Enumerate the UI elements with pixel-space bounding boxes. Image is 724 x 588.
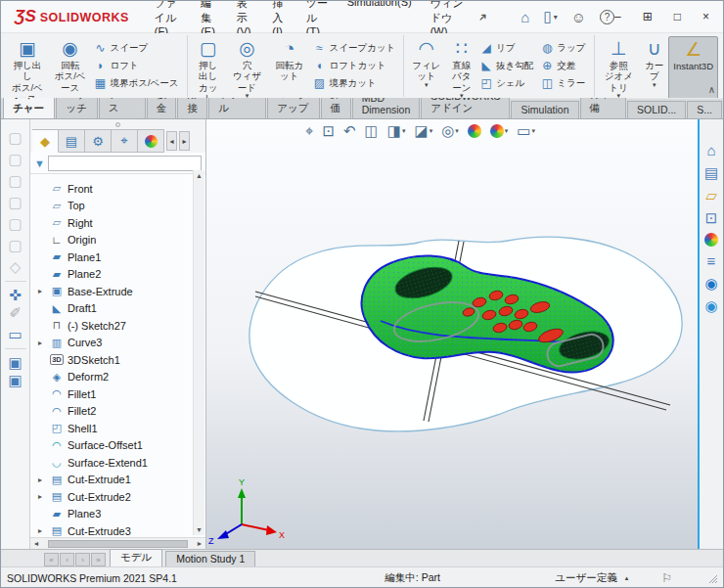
tree-vertical-scrollbar[interactable]: ▲ ▼ xyxy=(193,170,204,535)
ribbon-button[interactable]: ▣押し出し ボス/ベース▾ xyxy=(6,36,49,98)
resize-grip[interactable] xyxy=(707,573,717,583)
ribbon-button[interactable]: ∪カーブ▾ xyxy=(640,36,668,98)
ribbon-button[interactable]: ◉回転 ボス/ベース▾ xyxy=(49,36,92,98)
left-toolbar-icon[interactable]: ◇ xyxy=(10,256,22,278)
left-toolbar-icon[interactable]: ✐ xyxy=(9,302,22,324)
ribbon-small-button[interactable]: ▨境界カット xyxy=(310,74,400,92)
commandmanager-tab[interactable]: Simulation xyxy=(511,101,578,118)
left-toolbar-icon[interactable]: ▭ xyxy=(8,324,22,345)
featuremanager-tab-icon[interactable]: ▤ xyxy=(59,129,85,153)
menu-item[interactable]: 編集(E) xyxy=(201,0,218,37)
left-toolbar-icon[interactable]: ▣ xyxy=(8,370,22,391)
feature-tree-item[interactable]: ▸ ◰ Shell1 xyxy=(30,420,205,437)
task-pane-icon[interactable]: ◉ xyxy=(704,298,717,314)
graphics-viewport[interactable]: ⌖▾⊡▾↶▾◫▾◨▾◪▾◎▾●▾●▾▭▾ xyxy=(206,119,698,549)
ribbon-small-button[interactable]: ∿スイープ xyxy=(92,39,184,57)
task-pane-icon[interactable]: ≡ xyxy=(707,253,716,269)
featuremanager-tab-icon[interactable]: ⚙ xyxy=(85,129,112,153)
tab-scroll-right-icon[interactable]: ▸ xyxy=(179,131,190,151)
panel-splitter-handle[interactable] xyxy=(30,119,205,129)
featuremanager-tab-icon[interactable]: ⌖ xyxy=(112,129,138,153)
model-canvas[interactable]: Y X Z xyxy=(206,119,698,548)
ribbon-button[interactable]: ∷直線 パターン▾ xyxy=(445,36,477,98)
feature-tree-item[interactable]: ▸ ∟ Origin xyxy=(30,232,205,249)
ribbon-small-button[interactable]: ▦境界ボス/ベース xyxy=(92,74,184,92)
task-pane-icon[interactable]: ◉ xyxy=(704,276,717,292)
menu-item[interactable]: ウィンドウ(W) xyxy=(430,0,465,37)
ribbon-button[interactable]: ◔回転カット▾ xyxy=(268,36,310,98)
ribbon-small-button[interactable]: ◣抜き勾配 xyxy=(477,57,538,74)
feature-tree-item[interactable]: ▸ ▤ Cut-Extrude2 xyxy=(30,488,205,506)
ribbon-small-button[interactable]: ◢リブ xyxy=(477,39,538,57)
left-toolbar-icon[interactable]: ▢ xyxy=(8,127,22,149)
feature-tree-item[interactable]: ▸ ▥ Curve3 xyxy=(30,335,205,352)
tag-icon[interactable]: ⚐ xyxy=(661,571,672,585)
feature-tree-item[interactable]: ▸ ▤ Cut-Extrude3 xyxy=(30,522,205,537)
ribbon-collapse-chevron[interactable]: ∧ xyxy=(708,84,715,95)
status-units-text[interactable]: ユーザー定義 xyxy=(555,571,617,585)
task-pane-icon[interactable]: ▱ xyxy=(705,188,717,204)
left-toolbar-icon[interactable]: ▢ xyxy=(8,192,22,213)
expand-arrow-icon[interactable]: ▸ xyxy=(38,475,49,484)
menu-item[interactable]: ファイル(F) xyxy=(155,0,182,37)
scroll-left-icon[interactable]: ◄ xyxy=(30,540,42,547)
model-tab[interactable]: モデル xyxy=(110,549,162,566)
expand-arrow-icon[interactable]: ▸ xyxy=(38,526,49,535)
left-toolbar-icon[interactable]: ▢ xyxy=(8,235,22,256)
window-control-button[interactable]: □ xyxy=(674,10,681,23)
ribbon-button[interactable]: ◎穴 ウィザード▾ xyxy=(226,36,268,98)
ribbon-small-button[interactable]: ◍ラップ xyxy=(538,39,590,57)
feature-tree-item[interactable]: ▸ ▱ Top xyxy=(30,198,205,215)
tab-nav-button[interactable]: » xyxy=(91,553,106,566)
feature-tree-item[interactable]: ▸ ▰ Plane3 xyxy=(30,506,205,523)
feature-tree-item[interactable]: ▸ ▣ Base-Extrude xyxy=(30,283,205,300)
quick-access-icon[interactable]: ☺▾ xyxy=(571,9,586,25)
scroll-up-icon[interactable]: ▲ xyxy=(196,172,203,179)
feature-tree-item[interactable]: ▸ ◠ Surface-Offset1 xyxy=(30,437,205,455)
feature-tree-item[interactable]: ▸ ▰ Plane1 xyxy=(30,249,205,266)
ribbon-small-button[interactable]: ◖ロフトカット xyxy=(310,57,400,74)
feature-tree-item[interactable]: ▸ ▰ Plane2 xyxy=(30,266,205,284)
quick-access-icon[interactable]: ⌂▾ xyxy=(520,9,529,25)
units-caret-icon[interactable]: ▴ xyxy=(625,574,629,582)
scroll-down-icon[interactable]: ▼ xyxy=(196,526,203,533)
ribbon-small-button[interactable]: ◰シェル xyxy=(477,74,538,92)
left-toolbar-icon[interactable]: ▢ xyxy=(8,170,22,192)
menu-item[interactable]: ツール(T) xyxy=(306,0,329,37)
ribbon-small-button[interactable]: ◫ミラー xyxy=(538,74,590,92)
featuremanager-tab-icon[interactable]: ● xyxy=(138,129,164,153)
ribbon-small-button[interactable]: ◗ロフト xyxy=(92,57,184,74)
ribbon-small-button[interactable]: ⊕交差 xyxy=(538,57,590,74)
tab-nav-button[interactable]: ‹ xyxy=(60,553,74,566)
feature-tree-item[interactable]: ▸ ◣ Draft1 xyxy=(30,300,205,318)
window-control-button[interactable]: – xyxy=(614,10,621,23)
ribbon-small-button[interactable]: ≈スイープカット xyxy=(310,39,400,57)
window-control-button[interactable]: × xyxy=(702,10,709,23)
left-toolbar-icon[interactable]: ✜ xyxy=(5,281,26,302)
tree-horizontal-scrollbar[interactable]: ◄ ► xyxy=(30,537,205,549)
featuremanager-tab-icon[interactable]: ◆ xyxy=(32,129,59,153)
task-pane-icon[interactable]: ● xyxy=(704,233,718,247)
scroll-right-icon[interactable]: ► xyxy=(194,540,205,547)
menu-item[interactable]: 表示(V) xyxy=(237,0,254,37)
expand-arrow-icon[interactable]: ▸ xyxy=(38,339,49,347)
expand-arrow-icon[interactable]: ▸ xyxy=(38,492,49,501)
ribbon-button[interactable]: ◠フィレット▾ xyxy=(407,36,445,98)
model-tab[interactable]: Motion Study 1 xyxy=(165,551,255,566)
feature-tree-item[interactable]: ▸ 3D 3DSketch1 xyxy=(30,351,205,369)
feature-tree-item[interactable]: ▸ ⊓ (-) Sketch27 xyxy=(30,317,205,335)
feature-tree-item[interactable]: ▸ ▤ Cut-Extrude1 xyxy=(30,472,205,489)
commandmanager-tab[interactable]: SOLID... xyxy=(627,101,686,118)
menu-item[interactable]: 挿入(I) xyxy=(272,0,288,37)
tab-scroll-left-icon[interactable]: ◂ xyxy=(166,131,177,151)
feature-tree-item[interactable]: ▸ ▱ Right xyxy=(30,214,205,232)
task-pane-icon[interactable]: ⊡ xyxy=(705,210,718,226)
expand-arrow-icon[interactable]: ▸ xyxy=(38,287,49,295)
featuremanager-filter-input[interactable] xyxy=(48,156,202,171)
feature-tree-item[interactable]: ▸ ◈ Deform2 xyxy=(30,369,205,386)
pin-menu-icon[interactable]: ➔ xyxy=(475,9,491,24)
feature-tree-item[interactable]: ▸ ▱ Front xyxy=(30,180,205,198)
left-toolbar-icon[interactable]: ▢ xyxy=(8,149,22,170)
menu-item[interactable]: Simulation(S) xyxy=(347,0,412,37)
ribbon-button[interactable]: ⊥参照 ジオメトリ▾ xyxy=(598,36,641,98)
